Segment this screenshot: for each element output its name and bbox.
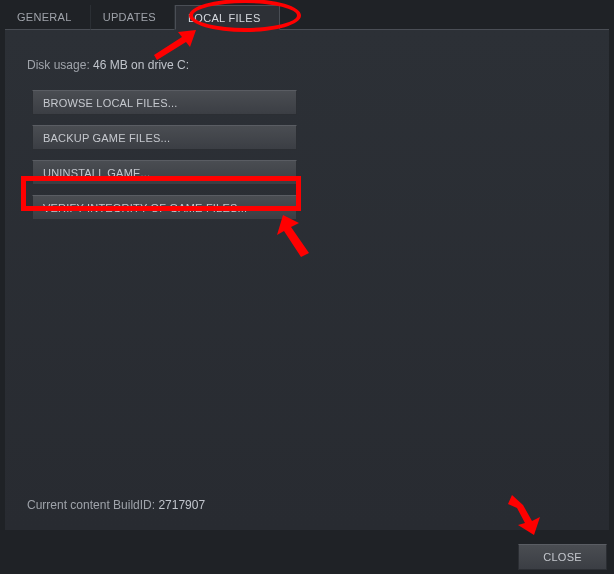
- tab-bar: GENERAL UPDATES LOCAL FILES: [5, 5, 609, 30]
- disk-usage-label-text: Disk usage: [27, 58, 86, 72]
- disk-usage-value: 46 MB on drive C:: [93, 58, 189, 72]
- verify-integrity-button[interactable]: VERIFY INTEGRITY OF GAME FILES...: [32, 195, 297, 220]
- uninstall-game-button[interactable]: UNINSTALL GAME...: [32, 160, 297, 185]
- build-id-value: 2717907: [158, 498, 205, 512]
- footer: CLOSE: [0, 530, 614, 574]
- disk-usage-label: Disk usage: 46 MB on drive C:: [27, 58, 587, 72]
- browse-local-files-button[interactable]: BROWSE LOCAL FILES...: [32, 90, 297, 115]
- tab-updates[interactable]: UPDATES: [91, 5, 175, 30]
- build-id-label: Current content BuildID: [27, 498, 152, 512]
- backup-game-files-button[interactable]: BACKUP GAME FILES...: [32, 125, 297, 150]
- tab-general[interactable]: GENERAL: [5, 5, 91, 30]
- close-button[interactable]: CLOSE: [518, 544, 607, 570]
- tab-local-files[interactable]: LOCAL FILES: [175, 5, 280, 30]
- content-pane: Disk usage: 46 MB on drive C: BROWSE LOC…: [5, 30, 609, 530]
- build-id-row: Current content BuildID: 2717907: [27, 498, 205, 512]
